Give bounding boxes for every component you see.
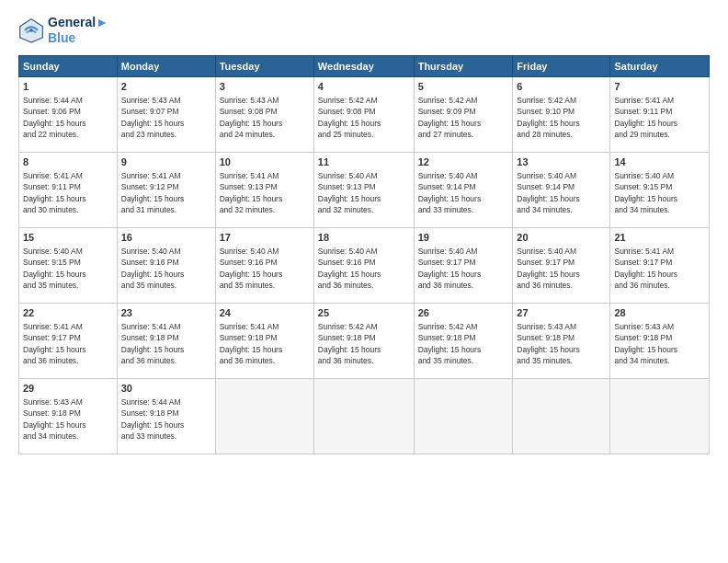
- calendar-cell: 21Sunrise: 5:41 AMSunset: 9:17 PMDayligh…: [610, 227, 710, 303]
- calendar-week-2: 8Sunrise: 5:41 AMSunset: 9:11 PMDaylight…: [19, 152, 710, 227]
- day-number: 3: [220, 80, 310, 94]
- calendar-cell: 2Sunrise: 5:43 AMSunset: 9:07 PMDaylight…: [117, 76, 215, 152]
- calendar-cell: 20Sunrise: 5:40 AMSunset: 9:17 PMDayligh…: [513, 227, 610, 303]
- header-cell-thursday: Thursday: [414, 55, 513, 76]
- day-detail: Sunrise: 5:40 AMSunset: 9:15 PMDaylight:…: [23, 246, 113, 291]
- header-cell-saturday: Saturday: [610, 55, 710, 76]
- day-detail: Sunrise: 5:40 AMSunset: 9:15 PMDaylight:…: [614, 170, 705, 215]
- day-detail: Sunrise: 5:42 AMSunset: 9:09 PMDaylight:…: [418, 95, 509, 140]
- day-number: 11: [318, 155, 410, 169]
- logo-text: General► Blue: [48, 15, 108, 46]
- day-detail: Sunrise: 5:41 AMSunset: 9:11 PMDaylight:…: [23, 170, 113, 215]
- calendar-cell: 3Sunrise: 5:43 AMSunset: 9:08 PMDaylight…: [215, 76, 313, 152]
- calendar-cell: 25Sunrise: 5:42 AMSunset: 9:18 PMDayligh…: [313, 303, 414, 378]
- day-detail: Sunrise: 5:44 AMSunset: 9:18 PMDaylight:…: [121, 396, 211, 442]
- day-detail: Sunrise: 5:41 AMSunset: 9:18 PMDaylight:…: [121, 321, 211, 366]
- calendar-cell: 23Sunrise: 5:41 AMSunset: 9:18 PMDayligh…: [117, 303, 215, 378]
- day-detail: Sunrise: 5:40 AMSunset: 9:16 PMDaylight:…: [121, 246, 211, 291]
- calendar-cell: 24Sunrise: 5:41 AMSunset: 9:18 PMDayligh…: [215, 303, 313, 378]
- day-number: 12: [418, 155, 509, 169]
- calendar-cell: 1Sunrise: 5:44 AMSunset: 9:06 PMDaylight…: [19, 76, 118, 152]
- header: General► Blue: [18, 15, 710, 46]
- day-detail: Sunrise: 5:44 AMSunset: 9:06 PMDaylight:…: [23, 95, 113, 140]
- calendar-cell: 11Sunrise: 5:40 AMSunset: 9:13 PMDayligh…: [313, 152, 414, 227]
- day-number: 8: [23, 155, 113, 169]
- header-cell-wednesday: Wednesday: [313, 55, 414, 76]
- calendar-week-1: 1Sunrise: 5:44 AMSunset: 9:06 PMDaylight…: [19, 76, 710, 152]
- calendar-cell: 12Sunrise: 5:40 AMSunset: 9:14 PMDayligh…: [414, 152, 513, 227]
- calendar-cell: 10Sunrise: 5:41 AMSunset: 9:13 PMDayligh…: [215, 152, 313, 227]
- day-number: 4: [318, 80, 410, 94]
- day-detail: Sunrise: 5:43 AMSunset: 9:08 PMDaylight:…: [220, 95, 310, 140]
- calendar-cell: 13Sunrise: 5:40 AMSunset: 9:14 PMDayligh…: [513, 152, 610, 227]
- day-number: 24: [220, 306, 310, 320]
- calendar-cell: [414, 378, 513, 454]
- day-detail: Sunrise: 5:40 AMSunset: 9:16 PMDaylight:…: [220, 246, 310, 291]
- calendar-cell: 30Sunrise: 5:44 AMSunset: 9:18 PMDayligh…: [117, 378, 215, 454]
- day-number: 17: [220, 231, 310, 245]
- day-number: 5: [418, 80, 509, 94]
- day-number: 28: [614, 306, 705, 320]
- day-number: 21: [614, 231, 705, 245]
- calendar-cell: 14Sunrise: 5:40 AMSunset: 9:15 PMDayligh…: [610, 152, 710, 227]
- calendar-cell: [610, 378, 710, 454]
- header-row: SundayMondayTuesdayWednesdayThursdayFrid…: [19, 55, 710, 76]
- day-detail: Sunrise: 5:42 AMSunset: 9:18 PMDaylight:…: [318, 321, 410, 366]
- day-number: 20: [517, 231, 606, 245]
- day-detail: Sunrise: 5:41 AMSunset: 9:11 PMDaylight:…: [614, 95, 705, 140]
- calendar-week-4: 22Sunrise: 5:41 AMSunset: 9:17 PMDayligh…: [19, 303, 710, 378]
- day-number: 18: [318, 231, 410, 245]
- day-detail: Sunrise: 5:41 AMSunset: 9:12 PMDaylight:…: [121, 170, 211, 215]
- calendar-page: General► Blue SundayMondayTuesdayWednesd…: [0, 0, 728, 563]
- day-detail: Sunrise: 5:41 AMSunset: 9:18 PMDaylight:…: [220, 321, 310, 366]
- day-detail: Sunrise: 5:43 AMSunset: 9:18 PMDaylight:…: [614, 321, 705, 366]
- day-number: 2: [121, 80, 211, 94]
- day-number: 16: [121, 231, 211, 245]
- header-cell-tuesday: Tuesday: [215, 55, 313, 76]
- header-cell-sunday: Sunday: [19, 55, 118, 76]
- header-cell-friday: Friday: [513, 55, 610, 76]
- calendar-table: SundayMondayTuesdayWednesdayThursdayFrid…: [18, 55, 710, 454]
- header-cell-monday: Monday: [117, 55, 215, 76]
- day-detail: Sunrise: 5:42 AMSunset: 9:08 PMDaylight:…: [318, 95, 410, 140]
- day-number: 25: [318, 306, 410, 320]
- logo: General► Blue: [18, 15, 108, 46]
- day-detail: Sunrise: 5:40 AMSunset: 9:14 PMDaylight:…: [418, 170, 509, 215]
- calendar-cell: 18Sunrise: 5:40 AMSunset: 9:16 PMDayligh…: [313, 227, 414, 303]
- day-detail: Sunrise: 5:43 AMSunset: 9:07 PMDaylight:…: [121, 95, 211, 140]
- day-number: 13: [517, 155, 606, 169]
- calendar-cell: [215, 378, 313, 454]
- day-detail: Sunrise: 5:43 AMSunset: 9:18 PMDaylight:…: [23, 396, 113, 442]
- calendar-cell: 27Sunrise: 5:43 AMSunset: 9:18 PMDayligh…: [513, 303, 610, 378]
- calendar-cell: 29Sunrise: 5:43 AMSunset: 9:18 PMDayligh…: [19, 378, 118, 454]
- calendar-cell: 7Sunrise: 5:41 AMSunset: 9:11 PMDaylight…: [610, 76, 710, 152]
- calendar-week-5: 29Sunrise: 5:43 AMSunset: 9:18 PMDayligh…: [19, 378, 710, 454]
- day-detail: Sunrise: 5:40 AMSunset: 9:14 PMDaylight:…: [517, 170, 606, 215]
- day-number: 23: [121, 306, 211, 320]
- day-number: 19: [418, 231, 509, 245]
- day-detail: Sunrise: 5:42 AMSunset: 9:10 PMDaylight:…: [517, 95, 606, 140]
- calendar-cell: 8Sunrise: 5:41 AMSunset: 9:11 PMDaylight…: [19, 152, 118, 227]
- svg-point-2: [29, 29, 33, 32]
- calendar-cell: [513, 378, 610, 454]
- day-number: 7: [614, 80, 705, 94]
- day-number: 26: [418, 306, 509, 320]
- calendar-cell: 9Sunrise: 5:41 AMSunset: 9:12 PMDaylight…: [117, 152, 215, 227]
- day-number: 15: [23, 231, 113, 245]
- calendar-cell: [313, 378, 414, 454]
- calendar-cell: 4Sunrise: 5:42 AMSunset: 9:08 PMDaylight…: [313, 76, 414, 152]
- day-detail: Sunrise: 5:41 AMSunset: 9:13 PMDaylight:…: [220, 170, 310, 215]
- day-number: 6: [517, 80, 606, 94]
- day-number: 22: [23, 306, 113, 320]
- calendar-cell: 15Sunrise: 5:40 AMSunset: 9:15 PMDayligh…: [19, 227, 118, 303]
- calendar-cell: 28Sunrise: 5:43 AMSunset: 9:18 PMDayligh…: [610, 303, 710, 378]
- day-number: 27: [517, 306, 606, 320]
- calendar-cell: 17Sunrise: 5:40 AMSunset: 9:16 PMDayligh…: [215, 227, 313, 303]
- calendar-cell: 26Sunrise: 5:42 AMSunset: 9:18 PMDayligh…: [414, 303, 513, 378]
- calendar-cell: 22Sunrise: 5:41 AMSunset: 9:17 PMDayligh…: [19, 303, 118, 378]
- day-number: 10: [220, 155, 310, 169]
- calendar-cell: 6Sunrise: 5:42 AMSunset: 9:10 PMDaylight…: [513, 76, 610, 152]
- day-detail: Sunrise: 5:40 AMSunset: 9:17 PMDaylight:…: [517, 246, 606, 291]
- day-detail: Sunrise: 5:42 AMSunset: 9:18 PMDaylight:…: [418, 321, 509, 366]
- day-number: 9: [121, 155, 211, 169]
